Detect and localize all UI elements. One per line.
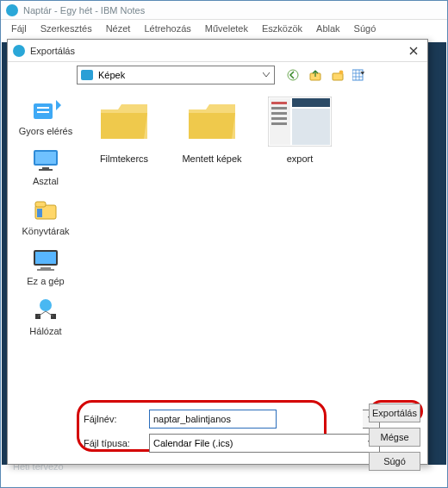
- file-label: export: [287, 153, 314, 164]
- place-label: Asztal: [33, 176, 59, 186]
- svg-marker-6: [56, 100, 61, 110]
- places-bar: Gyors elérés Asztal Könyvtárak: [8, 88, 84, 398]
- menu-tools[interactable]: Eszközök: [255, 22, 309, 35]
- dialog-bottom-panel: Fájlnév: Fájl típusa: Calendar File (.ic…: [8, 398, 427, 464]
- filetype-combo[interactable]: Calendar File (.ics): [149, 434, 380, 453]
- menu-help[interactable]: Súgó: [347, 22, 383, 35]
- menu-edit[interactable]: Szerkesztés: [34, 22, 99, 35]
- place-this-pc[interactable]: Ez a gép: [11, 243, 80, 290]
- svg-rect-27: [271, 102, 287, 104]
- svg-rect-11: [42, 167, 49, 169]
- location-combo[interactable]: Képek: [77, 66, 275, 84]
- svg-rect-7: [37, 107, 49, 109]
- svg-rect-10: [35, 152, 56, 164]
- export-button[interactable]: Exportálás: [369, 404, 420, 422]
- file-item-folder[interactable]: Filmtekercs: [89, 95, 159, 164]
- view-menu-button[interactable]: [352, 67, 368, 83]
- svg-rect-15: [37, 209, 42, 217]
- libraries-icon: [30, 197, 61, 222]
- filename-label: Fájlnév:: [84, 414, 140, 424]
- svg-rect-4: [352, 70, 363, 80]
- svg-rect-24: [270, 98, 290, 145]
- close-button[interactable]: [405, 42, 422, 59]
- svg-rect-25: [292, 98, 330, 107]
- menu-file[interactable]: Fájl: [4, 22, 34, 35]
- export-dialog: Exportálás Hely: Képek: [7, 39, 428, 465]
- svg-rect-30: [271, 117, 287, 120]
- filename-input[interactable]: [149, 410, 277, 429]
- menu-create[interactable]: Létrehozás: [137, 22, 197, 35]
- place-label: Ez a gép: [27, 276, 64, 286]
- filetype-label: Fájl típusa:: [84, 438, 140, 448]
- svg-rect-26: [292, 109, 330, 145]
- dialog-buttons: Exportálás Mégse Súgó: [369, 404, 420, 471]
- menu-view[interactable]: Nézet: [99, 22, 138, 35]
- dialog-titlebar: Exportálás: [8, 40, 427, 62]
- folder-icon: [180, 95, 244, 148]
- main-window: Naptár - Egy hét - IBM Notes Fájl Szerke…: [0, 0, 448, 488]
- svg-rect-31: [271, 122, 287, 125]
- menu-actions[interactable]: Műveletek: [198, 22, 255, 35]
- place-label: Gyors elérés: [19, 126, 72, 136]
- place-quick-access[interactable]: Gyors elérés: [11, 93, 80, 140]
- folder-icon: [92, 95, 156, 148]
- svg-rect-8: [37, 111, 49, 113]
- dialog-title: Exportálás: [30, 46, 75, 56]
- svg-rect-29: [271, 112, 287, 115]
- location-value: Képek: [98, 70, 125, 80]
- new-folder-icon: [332, 69, 344, 81]
- up-button[interactable]: [308, 67, 323, 83]
- place-desktop[interactable]: Asztal: [11, 143, 80, 190]
- svg-rect-14: [35, 202, 46, 207]
- menu-window[interactable]: Ablak: [309, 22, 347, 35]
- place-network[interactable]: Hálózat: [11, 293, 80, 340]
- place-label: Hálózat: [29, 326, 61, 336]
- dialog-body: Gyors elérés Asztal Könyvtárak: [8, 88, 427, 398]
- svg-rect-19: [37, 269, 54, 271]
- svg-point-0: [288, 70, 298, 80]
- main-titlebar: Naptár - Egy hét - IBM Notes: [1, 1, 447, 20]
- desktop-icon: [30, 147, 61, 172]
- view-grid-icon: [352, 69, 368, 81]
- svg-rect-28: [271, 107, 287, 109]
- file-label: Mentett képek: [182, 153, 241, 164]
- close-icon: [409, 47, 418, 55]
- this-pc-icon: [30, 247, 61, 272]
- file-list[interactable]: Filmtekercs Mentett képek: [84, 88, 427, 398]
- location-row: Hely: Képek: [8, 62, 427, 88]
- back-button[interactable]: [285, 67, 301, 83]
- new-folder-button[interactable]: [330, 67, 345, 83]
- quick-access-icon: [30, 97, 61, 122]
- svg-rect-17: [35, 252, 56, 264]
- svg-rect-18: [40, 267, 51, 269]
- place-libraries[interactable]: Könyvtárak: [11, 193, 80, 240]
- svg-rect-12: [39, 169, 53, 171]
- main-window-title: Naptár - Egy hét - IBM Notes: [23, 5, 145, 16]
- chevron-down-icon: [258, 66, 274, 84]
- network-icon: [30, 297, 61, 322]
- screenshot-thumb-icon: [268, 95, 332, 148]
- svg-point-3: [339, 71, 344, 75]
- cancel-button[interactable]: Mégse: [369, 428, 420, 447]
- folder-up-icon: [309, 69, 321, 81]
- menubar: Fájl Szerkesztés Nézet Létrehozás Művele…: [1, 20, 447, 37]
- file-item-folder[interactable]: Mentett képek: [177, 95, 247, 164]
- file-item-screenshot[interactable]: export: [264, 95, 335, 164]
- place-label: Könyvtárak: [22, 226, 69, 236]
- pictures-icon: [81, 70, 93, 80]
- file-label: Filmtekercs: [100, 153, 148, 164]
- help-button[interactable]: Súgó: [369, 452, 420, 471]
- app-icon: [6, 4, 18, 16]
- location-toolbar: [285, 67, 368, 83]
- back-arrow-icon: [287, 69, 299, 81]
- svg-point-20: [40, 299, 52, 311]
- filetype-value: Calendar File (.ics): [153, 438, 233, 448]
- dialog-icon: [13, 45, 25, 57]
